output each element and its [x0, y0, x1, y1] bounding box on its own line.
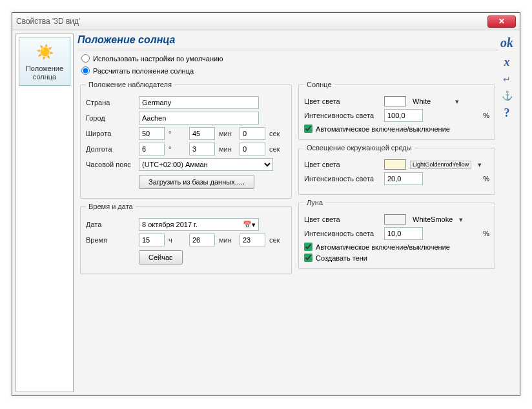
date-label: Дата [86, 221, 135, 228]
load-from-db-button[interactable]: Загрузить из базы данных..... [139, 175, 254, 189]
enter-icon[interactable]: ↵ [503, 74, 511, 85]
cancel-button[interactable]: x [504, 55, 510, 69]
properties-window: Свойства '3D вид' ✕ ☀️ Положение солнца … [12, 12, 520, 396]
minute-input[interactable] [189, 234, 215, 246]
calendar-icon: 📅▾ [243, 221, 256, 229]
ambient-intensity-input[interactable] [384, 172, 423, 185]
group-sun: Солнце Цвет света White ▾ Интенсивность … [298, 81, 495, 140]
time-label: Время [86, 236, 135, 244]
timezone-select[interactable]: (UTC+02:00) Амман [139, 158, 273, 171]
country-label: Страна [86, 99, 135, 106]
moon-auto-label: Автоматическое включение/выключение [316, 243, 450, 251]
moon-shadow-checkbox[interactable] [304, 254, 312, 262]
sun-color-name: White [410, 97, 449, 105]
sun-intensity-input[interactable] [384, 109, 423, 122]
country-input[interactable] [139, 96, 259, 109]
action-bar: ok x ↵ ⚓ ? [498, 33, 516, 392]
ambient-color-name[interactable]: LightGoldenrodYellow [410, 161, 471, 169]
group-moon-legend: Луна [304, 199, 325, 206]
ok-button[interactable]: ok [500, 35, 513, 50]
sun-color-swatch[interactable] [384, 96, 406, 106]
radio-calculate[interactable] [81, 66, 90, 75]
moon-shadow-label: Создавать тени [316, 254, 367, 262]
sidebar-item-sun-position[interactable]: ☀️ Положение солнца [19, 37, 70, 86]
ambient-color-label: Цвет света [304, 161, 380, 168]
tz-label: Часовой пояс [86, 161, 135, 168]
moon-color-label: Цвет света [304, 215, 380, 223]
group-datetime: Время и дата Дата 8 октября 2017 г. 📅▾ В… [80, 203, 292, 274]
sun-color-label: Цвет света [304, 97, 380, 105]
moon-color-dropdown-icon[interactable]: ▾ [456, 215, 466, 224]
group-ambient-legend: Освещение окружающей среды [304, 144, 414, 152]
moon-color-name: WhiteSmoke [410, 215, 453, 223]
window-title: Свойства '3D вид' [16, 17, 80, 26]
category-sidebar: ☀️ Положение солнца [15, 34, 74, 392]
help-button[interactable]: ? [504, 106, 510, 120]
radio-default-label: Использовать настройки по умолчанию [93, 55, 223, 63]
ambient-color-swatch[interactable] [384, 159, 406, 170]
lat-deg-input[interactable] [139, 127, 165, 140]
moon-color-swatch[interactable] [384, 214, 406, 224]
sun-intensity-label: Интенсивность света [304, 112, 380, 119]
sun-color-dropdown-icon[interactable]: ▾ [453, 97, 462, 106]
date-picker[interactable]: 8 октября 2017 г. 📅▾ [139, 218, 259, 231]
page-title: Положение солнца [77, 33, 498, 50]
sidebar-item-label: Положение солнца [21, 65, 68, 81]
ambient-color-dropdown-icon[interactable]: ▾ [475, 161, 484, 169]
close-button[interactable]: ✕ [487, 15, 516, 28]
hour-input[interactable] [139, 234, 165, 246]
group-datetime-legend: Время и дата [86, 203, 136, 210]
radio-default-settings[interactable] [81, 54, 90, 63]
moon-auto-checkbox[interactable] [304, 243, 312, 251]
group-moon: Луна Цвет света WhiteSmoke ▾ Интенсивнос… [298, 199, 495, 269]
titlebar: Свойства '3D вид' ✕ [12, 13, 520, 30]
group-observer-legend: Положение наблюдателя [86, 81, 174, 88]
lon-deg-input[interactable] [139, 143, 165, 155]
second-input[interactable] [240, 234, 265, 246]
city-label: Город [86, 114, 135, 122]
sun-icon: ☀️ [32, 43, 57, 62]
moon-intensity-input[interactable] [384, 227, 423, 240]
group-observer: Положение наблюдателя Страна Город Широт… [80, 81, 292, 199]
lat-label: Широта [86, 130, 135, 137]
now-button[interactable]: Сейчас [139, 250, 183, 264]
sun-auto-checkbox[interactable] [304, 125, 312, 133]
city-input[interactable] [139, 112, 259, 125]
lat-min-input[interactable] [189, 127, 215, 140]
lon-sec-input[interactable] [240, 143, 265, 155]
group-sun-legend: Солнце [304, 81, 334, 88]
group-ambient: Освещение окружающей среды Цвет света Li… [298, 144, 495, 195]
ambient-intensity-label: Интенсивность света [304, 175, 380, 183]
lon-min-input[interactable] [189, 143, 215, 155]
lon-label: Долгота [86, 145, 135, 153]
radio-calculate-label: Рассчитать положение солнца [93, 67, 194, 75]
anchor-icon[interactable]: ⚓ [502, 90, 513, 101]
moon-intensity-label: Интенсивность света [304, 230, 380, 237]
sun-auto-label: Автоматическое включение/выключение [316, 125, 450, 133]
lat-sec-input[interactable] [240, 127, 265, 140]
